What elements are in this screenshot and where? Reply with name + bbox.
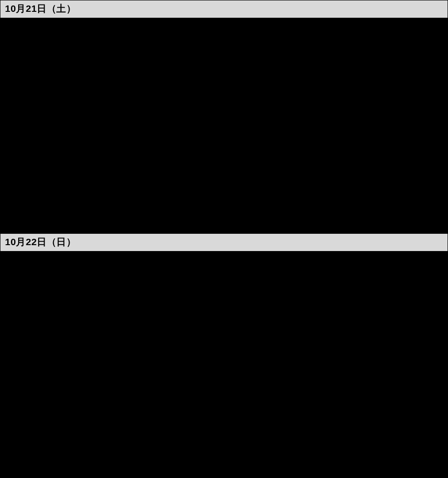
content-block-1 <box>0 252 448 478</box>
date-header-0: 10月21日（土） <box>0 0 448 18</box>
date-header-1: 10月22日（日） <box>0 233 448 252</box>
date-label: 10月21日（土） <box>5 3 76 14</box>
date-label: 10月22日（日） <box>5 236 76 247</box>
content-block-0 <box>0 18 448 233</box>
